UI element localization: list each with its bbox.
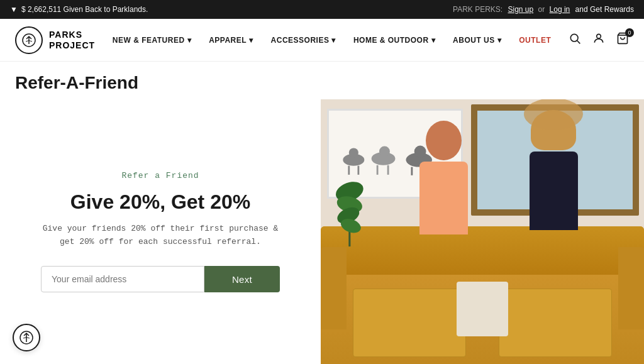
nav-apparel[interactable]: APPAREL ▾ (209, 36, 253, 45)
chevron-down-icon: ▾ (497, 36, 502, 45)
email-input[interactable] (41, 266, 204, 292)
below-header: Refer-A-Friend Refer a Friend Give 20%, … (0, 62, 644, 364)
chevron-down-icon: ▼ (10, 5, 18, 14)
referral-panel: Refer a Friend Give 20%, Get 20% Give yo… (0, 99, 321, 364)
sign-up-link[interactable]: Sign up (508, 5, 534, 14)
cart-count: 0 (625, 28, 634, 37)
svg-point-3 (597, 34, 601, 38)
chevron-down-icon: ▾ (431, 36, 436, 45)
banner-left: ▼ $ 2,662,511 Given Back to Parklands. (10, 5, 148, 14)
nav-about-us[interactable]: ABOUT US ▾ (453, 36, 501, 45)
couple-photo (321, 99, 644, 364)
page-wrapper: ▼ $ 2,662,511 Given Back to Parklands. P… (0, 0, 644, 364)
content-row: Refer a Friend Give 20%, Get 20% Give yo… (0, 99, 644, 364)
email-form: Next (41, 266, 280, 292)
svg-line-2 (577, 41, 580, 44)
person-right (521, 110, 586, 253)
page-title: Refer-A-Friend (15, 73, 629, 93)
main-nav: NEW & FEATURED ▾ APPAREL ▾ ACCESSORIES ▾… (113, 36, 551, 45)
plant (330, 152, 369, 263)
nav-accessories[interactable]: ACCESSORIES ▾ (271, 36, 336, 45)
logo-icon (15, 26, 43, 54)
next-button[interactable]: Next (204, 266, 280, 292)
account-icon[interactable] (592, 32, 605, 48)
search-icon[interactable] (569, 32, 581, 48)
nav-new-featured[interactable]: NEW & FEATURED ▾ (113, 36, 191, 45)
log-in-link[interactable]: Log in (550, 5, 570, 14)
refer-heading: Give 20%, Get 20% (70, 190, 250, 214)
header: PARKS PROJECT NEW & FEATURED ▾ APPAREL ▾… (0, 19, 644, 62)
sofa (321, 226, 644, 364)
nav-home-outdoor[interactable]: HOME & OUTDOOR ▾ (353, 36, 435, 45)
refer-description: Give your friends 20% off their first pu… (43, 223, 278, 249)
header-icons: 0 (569, 32, 629, 48)
refer-label: Refer a Friend (121, 171, 199, 180)
page-title-section: Refer-A-Friend (0, 62, 644, 99)
chevron-down-icon: ▾ (331, 36, 336, 45)
cart-icon[interactable]: 0 (616, 32, 629, 48)
park-perks-label: PARK PERKS: (453, 5, 502, 14)
banner-suffix: and Get Rewards (575, 5, 634, 14)
chevron-down-icon: ▾ (187, 36, 192, 45)
svg-point-10 (379, 146, 389, 157)
nav-outlet[interactable]: OUTLET (519, 36, 551, 45)
chevron-down-icon: ▾ (249, 36, 253, 45)
scene (321, 99, 644, 364)
person-left (411, 121, 476, 253)
top-banner: ▼ $ 2,662,511 Given Back to Parklands. P… (0, 0, 644, 19)
banner-or: or (538, 5, 545, 14)
logo[interactable]: PARKS PROJECT (15, 26, 95, 54)
banner-left-text: $ 2,662,511 Given Back to Parklands. (21, 5, 148, 14)
banner-right: PARK PERKS: Sign up or Log in and Get Re… (453, 5, 634, 14)
svg-point-1 (570, 34, 578, 41)
logo-text: PARKS PROJECT (49, 30, 95, 51)
floating-badge[interactable] (13, 324, 40, 351)
